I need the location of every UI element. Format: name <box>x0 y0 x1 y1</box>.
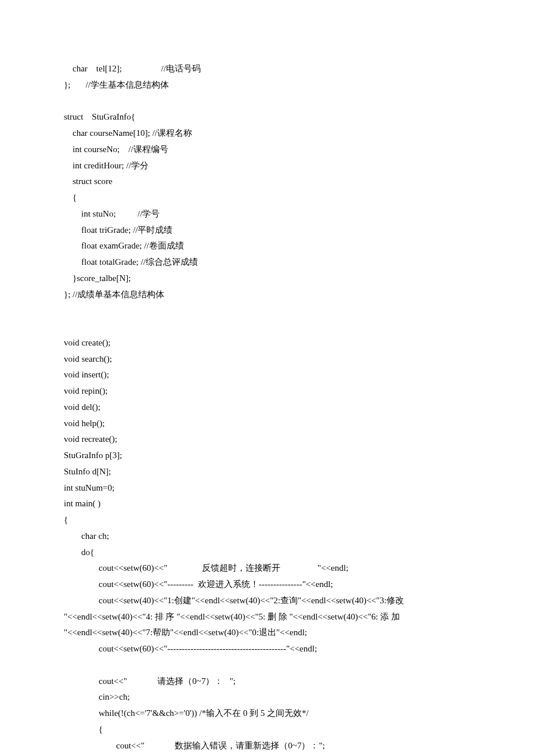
code-line <box>64 303 470 319</box>
document-page: char tel[12]; //电话号码}; //学生基本信息结构体struct… <box>0 0 534 756</box>
code-line: }score_talbe[N]; <box>64 271 470 287</box>
code-line: cout<<setw(40)<<"1:创建"<<endl<<setw(40)<<… <box>64 593 470 609</box>
code-line: void search(); <box>64 351 470 368</box>
code-line <box>64 319 470 335</box>
code-line: cout<<" 数据输入错误，请重新选择（0~7）："; <box>64 738 470 754</box>
code-line: char tel[12]; //电话号码 <box>64 61 470 77</box>
code-line: void repin(); <box>64 383 470 399</box>
code-line: char courseName[10]; //课程名称 <box>64 125 470 142</box>
code-line: void del(); <box>64 399 470 416</box>
code-line: int courseNo; //课程编号 <box>64 142 470 158</box>
code-line: int creditHour; //学分 <box>64 158 470 174</box>
code-line: void insert(); <box>64 367 470 383</box>
code-line: StuInfo d[N]; <box>64 464 470 480</box>
code-line: float examGrade; //卷面成绩 <box>64 238 470 254</box>
code-line: while(!(ch<='7'&&ch>='0')) /*输入不在 0 到 5 … <box>64 705 470 722</box>
code-line: char ch; <box>64 528 470 545</box>
code-line: cin>>ch; <box>64 754 470 756</box>
code-line: struct StuGraInfo{ <box>64 109 470 125</box>
code-line: void help(); <box>64 416 470 432</box>
code-line <box>64 657 470 674</box>
code-line: { <box>64 190 470 206</box>
code-line: cout<<setw(60)<<"-----------------------… <box>64 641 470 657</box>
code-line: int main( ) <box>64 496 470 512</box>
code-line: "<<endl<<setw(40)<<"4: 排 序 "<<endl<<setw… <box>64 609 470 625</box>
code-line: "<<endl<<setw(40)<<"7:帮助"<<endl<<setw(40… <box>64 625 470 641</box>
code-block: char tel[12]; //电话号码}; //学生基本信息结构体struct… <box>64 61 470 756</box>
code-line: float triGrade; //平时成绩 <box>64 222 470 239</box>
code-line: int stuNo; //学号 <box>64 206 470 222</box>
code-line: float totalGrade; //综合总评成绩 <box>64 254 470 271</box>
code-line <box>64 93 470 110</box>
code-line: void recreate(); <box>64 431 470 448</box>
code-line: void create(); <box>64 335 470 351</box>
code-line: { <box>64 512 470 528</box>
code-line: }; //学生基本信息结构体 <box>64 77 470 93</box>
code-line: }; //成绩单基本信息结构体 <box>64 287 470 303</box>
code-line: cout<<" 请选择（0~7）： "; <box>64 674 470 690</box>
code-line: cout<<setw(60)<<"--------- 欢迎进入系统！------… <box>64 577 470 593</box>
code-line: int stuNum=0; <box>64 480 470 496</box>
code-line: do{ <box>64 545 470 561</box>
code-line: cin>>ch; <box>64 689 470 705</box>
code-line: struct score <box>64 174 470 190</box>
code-line: { <box>64 722 470 738</box>
code-line: cout<<setw(60)<<" 反馈超时，连接断开 "<<endl; <box>64 560 470 577</box>
code-line: StuGraInfo p[3]; <box>64 448 470 464</box>
